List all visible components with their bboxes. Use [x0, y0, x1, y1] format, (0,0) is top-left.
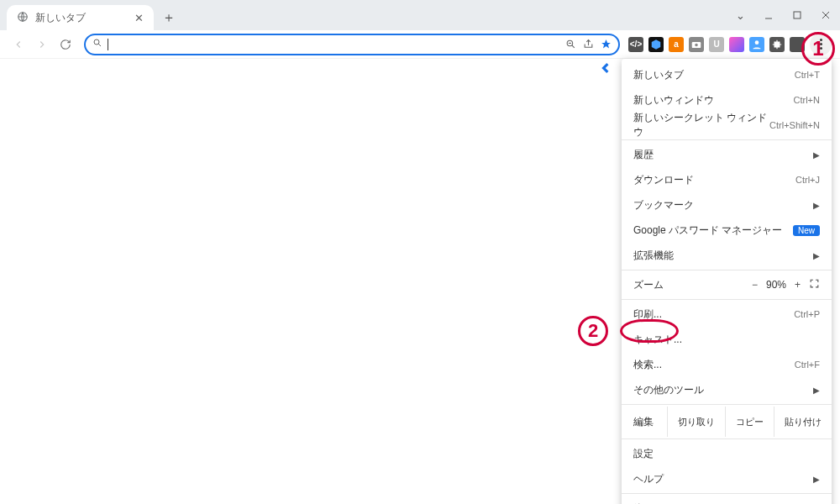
fullscreen-icon[interactable] — [809, 278, 820, 291]
cut-button[interactable]: 切り取り — [667, 407, 725, 437]
menu-item-settings[interactable]: 設定 — [622, 441, 832, 466]
menu-item-password-manager[interactable]: Google パスワード マネージャー New — [622, 218, 832, 243]
shortcut: Ctrl+Shift+N — [769, 120, 820, 130]
annotation-oval — [620, 319, 679, 343]
close-icon[interactable]: ✕ — [134, 13, 144, 24]
menu-item-exit[interactable]: 終了 — [622, 496, 832, 504]
new-badge: New — [793, 225, 820, 236]
menu-label: 履歴 — [633, 148, 654, 162]
shortcut: Ctrl+N — [794, 95, 820, 105]
menu-label: 拡張機能 — [633, 249, 674, 263]
window-controls: ⌄ — [726, 0, 840, 30]
shortcut: Ctrl+F — [795, 360, 820, 370]
address-bar[interactable] — [84, 34, 620, 55]
menu-item-downloads[interactable]: ダウンロード Ctrl+J — [622, 167, 832, 192]
maximize-button[interactable] — [783, 3, 811, 27]
annotation-circle-2: 2 — [578, 316, 608, 346]
share-icon[interactable] — [583, 39, 594, 50]
extension-icon[interactable] — [648, 37, 664, 52]
menu-label: 新しいウィンドウ — [633, 93, 714, 108]
browser-tab[interactable]: 新しいタブ ✕ — [7, 5, 154, 30]
svg-point-13 — [755, 40, 759, 45]
separator — [622, 299, 832, 300]
chevron-right-icon: ▶ — [813, 251, 820, 260]
svg-line-6 — [98, 44, 101, 46]
menu-label: 設定 — [633, 447, 654, 461]
logo-icon — [600, 60, 615, 78]
menu-label: Google パスワード マネージャー — [633, 223, 782, 238]
shortcut: Ctrl+P — [794, 309, 820, 319]
tab-title: 新しいタブ — [35, 11, 128, 25]
bookmark-star-icon[interactable] — [601, 39, 612, 50]
reload-button[interactable] — [55, 34, 76, 55]
menu-item-edit: 編集 切り取り コピー 貼り付け — [622, 407, 832, 437]
extension-icon[interactable]: a — [669, 37, 684, 52]
menu-item-more-tools[interactable]: その他のツール ▶ — [622, 377, 832, 402]
toolbar: </> a U — [0, 30, 840, 59]
extension-icon[interactable]: </> — [628, 37, 643, 52]
menu-label: 新しいシークレット ウィンドウ — [633, 111, 769, 139]
chevron-right-icon: ▶ — [813, 150, 820, 160]
chrome-menu: 新しいタブ Ctrl+T 新しいウィンドウ Ctrl+N 新しいシークレット ウ… — [622, 59, 832, 504]
chevron-right-icon: ▶ — [813, 475, 820, 484]
separator — [622, 404, 832, 405]
menu-item-extensions[interactable]: 拡張機能 ▶ — [622, 243, 832, 268]
svg-marker-10 — [601, 39, 611, 48]
separator — [622, 493, 832, 494]
menu-label: その他のツール — [633, 383, 704, 397]
menu-item-find[interactable]: 検索... Ctrl+F — [622, 352, 832, 377]
back-button[interactable] — [8, 34, 29, 55]
svg-line-9 — [572, 45, 575, 48]
shortcut: Ctrl+J — [795, 175, 820, 185]
extension-icon[interactable]: U — [709, 37, 724, 52]
profile-icon[interactable] — [749, 37, 764, 52]
menu-item-new-window[interactable]: 新しいウィンドウ Ctrl+N — [622, 87, 832, 113]
text-cursor — [108, 39, 108, 50]
extension-icon[interactable] — [729, 37, 744, 52]
zoom-in-button[interactable]: + — [795, 279, 801, 291]
menu-label: ヘルプ — [633, 472, 664, 486]
menu-label: ブックマーク — [633, 198, 694, 213]
search-icon — [92, 38, 108, 50]
menu-label: ズーム — [633, 278, 664, 292]
svg-rect-2 — [794, 12, 801, 18]
extensions-row: </> a U — [628, 37, 806, 52]
zoom-indicator-icon[interactable] — [565, 39, 576, 50]
minimize-button[interactable] — [754, 3, 783, 27]
separator — [622, 139, 832, 140]
separator — [622, 270, 832, 270]
titlebar: 新しいタブ ✕ ＋ ⌄ — [0, 0, 840, 30]
menu-label: 終了 — [633, 501, 654, 505]
menu-label: 新しいタブ — [633, 68, 684, 82]
svg-point-5 — [94, 39, 99, 45]
chevron-down-icon[interactable]: ⌄ — [726, 3, 754, 27]
svg-point-12 — [695, 43, 698, 46]
menu-label: 検索... — [633, 358, 662, 372]
copy-button[interactable]: コピー — [725, 407, 774, 437]
annotation-circle-1: 1 — [801, 32, 835, 66]
menu-item-history[interactable]: 履歴 ▶ — [622, 142, 832, 167]
menu-item-incognito[interactable]: 新しいシークレット ウィンドウ Ctrl+Shift+N — [622, 113, 832, 138]
menu-item-bookmarks[interactable]: ブックマーク ▶ — [622, 192, 832, 218]
shortcut: Ctrl+T — [795, 70, 820, 80]
paste-button[interactable]: 貼り付け — [774, 407, 832, 437]
menu-label: ダウンロード — [633, 173, 694, 187]
camera-icon[interactable] — [689, 37, 704, 52]
close-window-button[interactable] — [811, 3, 840, 27]
chevron-right-icon: ▶ — [813, 386, 820, 395]
separator — [622, 438, 832, 439]
zoom-value: 90% — [766, 279, 786, 291]
puzzle-icon[interactable] — [769, 37, 785, 52]
forward-button[interactable] — [32, 34, 52, 55]
menu-item-new-tab[interactable]: 新しいタブ Ctrl+T — [622, 62, 832, 87]
chevron-right-icon: ▶ — [813, 201, 820, 210]
globe-icon — [17, 11, 29, 25]
menu-label: 編集 — [622, 415, 665, 429]
new-tab-button[interactable]: ＋ — [159, 8, 179, 28]
zoom-out-button[interactable]: − — [752, 279, 758, 291]
menu-item-zoom: ズーム − 90% + — [622, 272, 832, 297]
menu-item-help[interactable]: ヘルプ ▶ — [622, 466, 832, 491]
